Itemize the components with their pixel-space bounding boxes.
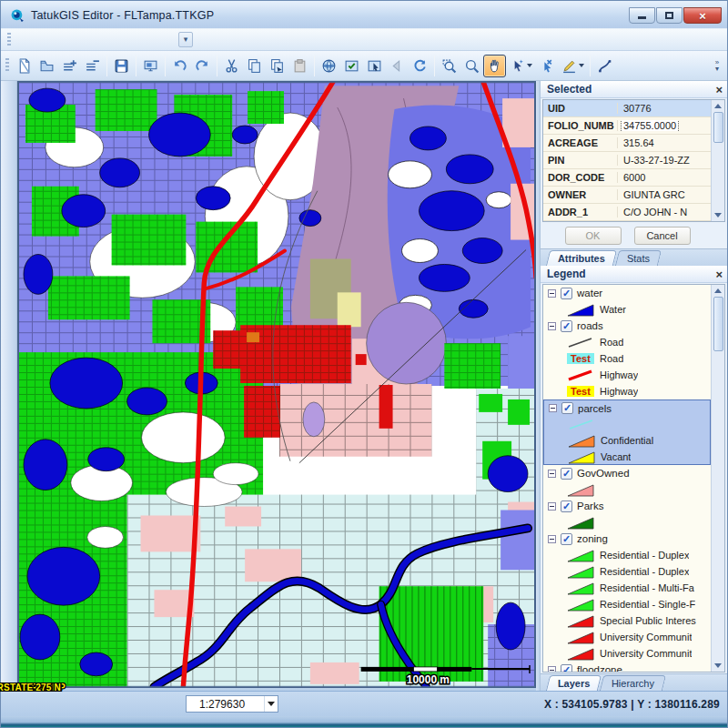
map-canvas[interactable]: 10000 m INTERSTATE 275 NI-275 S-BB DOWNS…: [17, 81, 536, 688]
menu-item[interactable]: [118, 37, 131, 43]
legend-row[interactable]: ✓ Road Road: [543, 334, 711, 350]
attribute-value[interactable]: 6000: [618, 172, 710, 183]
legend-row[interactable]: ✓ Parks Parks: [543, 498, 711, 514]
layer-checkbox[interactable]: ✓: [561, 288, 572, 299]
draw-line-button[interactable]: [593, 55, 616, 77]
attribute-grid-scrollbar[interactable]: [711, 100, 724, 221]
zoom-button[interactable]: [460, 55, 483, 77]
print-preview-button[interactable]: [139, 55, 162, 77]
collapse-icon[interactable]: [548, 470, 556, 478]
menu-item[interactable]: [60, 37, 73, 43]
legend-row[interactable]: ✓ Vacant Vacant: [543, 449, 711, 465]
paste-button[interactable]: [288, 55, 311, 77]
collapse-icon[interactable]: [548, 502, 556, 511]
attribute-row[interactable]: UID 30776: [543, 100, 724, 117]
restore-button[interactable]: [656, 7, 682, 24]
legend-row[interactable]: ✓ floodzone floodzone: [543, 662, 711, 672]
legend-scrollbar[interactable]: [711, 285, 724, 672]
ok-button[interactable]: OK: [565, 227, 622, 245]
legend-row[interactable]: ✓ Water Water: [543, 301, 711, 318]
legend-row[interactable]: ✓ water water: [543, 285, 711, 301]
scroll-up-icon[interactable]: [714, 104, 722, 108]
attribute-row[interactable]: ACREAGE 315.64: [543, 135, 724, 152]
layer-checkbox[interactable]: ✓: [561, 664, 572, 673]
menu-item[interactable]: [104, 37, 116, 43]
legend-tree[interactable]: ✓ water water ✓: [542, 284, 725, 672]
menu-item[interactable]: [89, 37, 102, 43]
attribute-value[interactable]: C/O JOHN - N: [618, 207, 710, 217]
attribute-row[interactable]: ADDR_1 C/O JOHN - N: [543, 204, 724, 221]
layer-checkbox[interactable]: ✓: [561, 533, 572, 545]
tab-attributes[interactable]: Attributes: [546, 250, 617, 266]
save-button[interactable]: [110, 55, 133, 77]
open-project-button[interactable]: [35, 55, 58, 77]
close-button[interactable]: ×: [683, 7, 722, 24]
layer-checkbox[interactable]: ✓: [561, 500, 572, 512]
collapse-icon[interactable]: [548, 535, 556, 543]
legend-row[interactable]: ✓ Highway Test Highway: [543, 383, 711, 399]
attribute-value[interactable]: U-33-27-19-ZZ: [618, 155, 710, 166]
tab-hierarchy[interactable]: Hierarchy: [600, 675, 666, 691]
legend-row[interactable]: ✓ Special Public Interes Special Public …: [543, 612, 711, 629]
attribute-row[interactable]: OWNER GIUNTA GRC: [543, 187, 724, 204]
refresh-button[interactable]: [409, 55, 431, 77]
toolbar-grip[interactable]: [7, 33, 11, 47]
full-extent-globe-button[interactable]: [318, 55, 340, 77]
zoom-box-button[interactable]: [438, 55, 460, 77]
title-bar[interactable]: TatukGIS Editor - FLTampa.TTKGP ×: [1, 1, 727, 28]
legend-row[interactable]: ✓ University Communit University Communi…: [543, 645, 711, 662]
menu-item[interactable]: [162, 37, 175, 43]
menu-item[interactable]: [75, 37, 87, 43]
legend-row[interactable]: ✓ roads roads: [543, 318, 711, 334]
legend-row[interactable]: ✓ University Communit University Communi…: [543, 629, 711, 645]
legend-row[interactable]: ✓ Confidential Confidential: [543, 432, 711, 449]
zoom-checked-button[interactable]: [340, 55, 363, 77]
attribute-row[interactable]: PIN U-33-27-19-ZZ: [543, 152, 724, 169]
copy-special-button[interactable]: [266, 55, 288, 77]
attribute-row[interactable]: DOR_CODE 6000: [543, 169, 724, 187]
attribute-value[interactable]: GIUNTA GRC: [618, 189, 710, 200]
cancel-button[interactable]: Cancel: [634, 227, 691, 245]
layer-checkbox[interactable]: ✓: [561, 402, 573, 414]
menu-item[interactable]: [31, 37, 44, 43]
tab-stats[interactable]: Stats: [615, 250, 662, 266]
chevron-down-icon[interactable]: [264, 696, 278, 712]
layer-checkbox[interactable]: ✓: [561, 320, 572, 332]
close-icon[interactable]: ×: [715, 84, 723, 96]
deselect-button[interactable]: [535, 55, 558, 77]
legend-row[interactable]: ✓ Residential - Multi-Fa Residential - M…: [543, 580, 711, 596]
legend-row[interactable]: ✓ Residential - Duplex Residential - Dup…: [543, 563, 711, 580]
cut-button[interactable]: [220, 55, 243, 77]
scroll-down-icon[interactable]: [714, 213, 722, 217]
legend-row[interactable]: ✓ GovOwned GovOwned: [543, 465, 711, 481]
minimize-button[interactable]: [629, 7, 655, 24]
attribute-value[interactable]: 30776: [618, 103, 710, 114]
attribute-value[interactable]: 315.64: [618, 137, 710, 148]
attribute-grid[interactable]: UID 30776 FOLIO_NUMB 34755.0000 ACREAGE …: [542, 99, 725, 222]
menu-overflow-button[interactable]: ▾: [178, 32, 193, 47]
select-dropdown-icon[interactable]: [527, 64, 532, 67]
scroll-up-icon[interactable]: [714, 288, 722, 293]
scale-combobox[interactable]: 1:279630: [186, 695, 278, 713]
menu-item[interactable]: [16, 37, 29, 43]
collapse-icon[interactable]: [548, 666, 556, 673]
legend-panel-header[interactable]: Legend ×: [541, 266, 727, 283]
attribute-row[interactable]: FOLIO_NUMB 34755.0000: [543, 117, 724, 135]
collapse-icon[interactable]: [549, 404, 557, 412]
redo-button[interactable]: [191, 55, 214, 77]
remove-layer-button[interactable]: [81, 55, 104, 77]
legend-row[interactable]: ✓ Road Test Road: [543, 350, 711, 367]
scroll-thumb[interactable]: [713, 112, 723, 143]
legend-row[interactable]: ✓ zoning zoning: [543, 531, 711, 547]
toolbar-grip[interactable]: [5, 58, 9, 73]
style-pen-button[interactable]: [558, 55, 581, 77]
legend-row[interactable]: ✓ Residential - Single-F Residential - S…: [543, 596, 711, 612]
add-layer-button[interactable]: [58, 55, 81, 77]
legend-row[interactable]: ✓ Highway Highway: [543, 367, 711, 383]
menu-item[interactable]: [147, 37, 160, 43]
scroll-down-icon[interactable]: [714, 663, 722, 668]
tab-layers[interactable]: Layers: [546, 675, 602, 691]
legend-row[interactable]: ✓: [543, 416, 711, 432]
menu-item[interactable]: [46, 37, 58, 43]
legend-row[interactable]: ✓: [543, 514, 711, 531]
